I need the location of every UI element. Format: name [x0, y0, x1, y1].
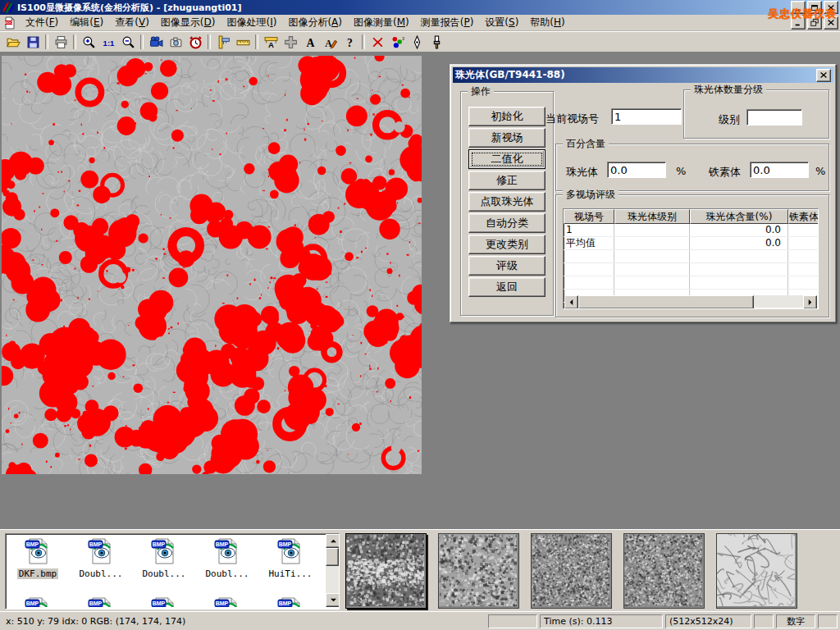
toolbar-caliper-button[interactable]: [213, 33, 233, 51]
toolbar-count-marks-button[interactable]: 3: [387, 33, 407, 51]
table-row[interactable]: 平均值0.0: [564, 237, 818, 250]
dialog-close-icon[interactable]: [816, 69, 831, 82]
ruler-icon: [236, 35, 250, 49]
micrograph-image[interactable]: [2, 56, 422, 474]
table-body: 10.0平均值0.0: [564, 224, 818, 303]
image-thumbnail[interactable]: [438, 533, 519, 609]
toolbar-open-button[interactable]: [3, 33, 23, 51]
ferrite-input[interactable]: [750, 162, 809, 178]
rating-table[interactable]: 视场号珠光体级别珠光体含量(%)铁素体含量(%) 10.0平均值0.0: [563, 208, 819, 309]
menu-item[interactable]: 编辑(E): [64, 14, 109, 31]
menu-item[interactable]: 文件(F): [20, 14, 64, 31]
op-button-3[interactable]: 二值化: [468, 149, 546, 169]
op-button-7[interactable]: 更改类别: [468, 235, 546, 254]
toolbar-pen-button[interactable]: [407, 33, 427, 51]
status-panel-empty: [488, 614, 537, 628]
operation-legend: 操作: [468, 84, 494, 98]
file-item[interactable]: BMPDoubl...: [197, 537, 258, 579]
file-vertical-scrollbar[interactable]: [326, 534, 339, 607]
toolbar-zoom-in-button[interactable]: [79, 33, 98, 51]
image-thumbnail[interactable]: [345, 533, 427, 609]
toolbar-print-button[interactable]: [51, 33, 71, 51]
toolbar-video-camera-button[interactable]: [146, 33, 166, 51]
file-item[interactable]: BMP: [7, 596, 68, 607]
caliper-icon: [217, 35, 231, 49]
menu-item[interactable]: 图像处理(I): [221, 14, 282, 31]
dialog-title-bar[interactable]: 珠光体(GB/T9441-88): [453, 67, 833, 83]
table-row[interactable]: 10.0: [564, 224, 818, 237]
svg-text:DOC: DOC: [5, 21, 12, 25]
menu-item[interactable]: 帮助(H): [524, 14, 570, 31]
op-button-8[interactable]: 评级: [468, 256, 546, 276]
table-cell: 0.0: [690, 224, 788, 236]
toolbar-separator: [140, 34, 144, 49]
scroll-right-icon[interactable]: [803, 295, 817, 309]
table-row[interactable]: [564, 276, 818, 290]
menu-item[interactable]: 图像测量(M): [348, 14, 415, 31]
file-item[interactable]: BMP: [197, 596, 258, 607]
toolbar-brush-button[interactable]: [427, 33, 446, 51]
table-row[interactable]: [564, 250, 818, 263]
toolbar-camera-button[interactable]: [166, 33, 185, 51]
file-item[interactable]: BMPDoubl...: [71, 537, 131, 579]
table-row[interactable]: [564, 263, 818, 276]
toolbar-help-button[interactable]: ?: [340, 33, 359, 51]
file-item[interactable]: BMP: [71, 596, 131, 607]
image-thumbnail[interactable]: [623, 533, 705, 609]
toolbar-curve-cut-button[interactable]: [368, 33, 387, 51]
menu-item[interactable]: 查看(V): [109, 14, 155, 31]
table-cell: [614, 276, 690, 289]
grade-input[interactable]: [746, 109, 802, 126]
toolbar-save-button[interactable]: [23, 33, 43, 51]
file-item[interactable]: BMPDKF.bmp: [7, 537, 68, 579]
file-name: Doubl...: [78, 568, 125, 579]
operation-group: 操作 初始化新视场二值化修正点取珠光体自动分类更改类别评级返回: [460, 91, 554, 316]
pearlite-unit: %: [676, 165, 686, 177]
file-item[interactable]: BMP: [260, 596, 321, 607]
toolbar-measure-text-button[interactable]: A: [261, 33, 281, 51]
grid-icon: [284, 35, 298, 49]
table-column-header[interactable]: 视场号: [564, 209, 614, 224]
scroll-left-icon[interactable]: [564, 295, 578, 309]
table-cell: [614, 224, 690, 236]
file-item[interactable]: BMPHuiTi...: [260, 537, 321, 579]
toolbar-actual-size-button[interactable]: 1:1: [98, 33, 118, 51]
table-column-header[interactable]: 珠光体含量(%): [690, 209, 788, 224]
table-column-header[interactable]: 铁素体含量(%): [788, 209, 819, 224]
toolbar-zoom-out-button[interactable]: [118, 33, 138, 51]
table-horizontal-scrollbar[interactable]: [564, 295, 817, 308]
scroll-down-icon[interactable]: [326, 593, 340, 607]
image-thumbnail[interactable]: [531, 533, 612, 609]
menu-item[interactable]: 图像分析(A): [282, 14, 348, 31]
menu-item[interactable]: 设置(S): [479, 14, 524, 31]
table-cell: 0.0: [690, 237, 788, 249]
menu-item[interactable]: 测量报告(P): [415, 14, 480, 31]
dialog-title: 珠光体(GB/T9441-88): [455, 68, 815, 82]
op-button-9[interactable]: 返回: [468, 277, 546, 297]
table-column-header[interactable]: 珠光体级别: [614, 209, 690, 224]
menu-item[interactable]: 图像显示(D): [155, 14, 221, 31]
toolbar-text-button[interactable]: A: [300, 33, 320, 51]
op-button-1[interactable]: 初始化: [468, 107, 546, 126]
table-cell: [564, 276, 614, 289]
file-item[interactable]: BMP: [134, 596, 194, 607]
op-button-6[interactable]: 自动分类: [468, 213, 546, 233]
op-button-5[interactable]: 点取珠光体: [468, 192, 546, 212]
scrollbar-thumb[interactable]: [578, 295, 754, 309]
svg-text:BMP: BMP: [279, 600, 292, 606]
op-button-2[interactable]: 新视场: [468, 128, 546, 148]
document-icon: DOC: [3, 16, 16, 30]
image-thumbnail[interactable]: [716, 533, 797, 609]
table-cell: [788, 237, 819, 249]
op-button-4[interactable]: 修正: [468, 171, 546, 190]
toolbar-grid-button[interactable]: [281, 33, 300, 51]
toolbar-timer-button[interactable]: [185, 33, 205, 51]
scroll-up-icon[interactable]: [326, 534, 340, 548]
toolbar-ruler-button[interactable]: [233, 33, 253, 51]
scrollbar-thumb[interactable]: [326, 548, 339, 566]
current-field-input[interactable]: [611, 108, 682, 125]
toolbar-separator: [362, 34, 365, 49]
pearlite-input[interactable]: [607, 162, 666, 178]
file-item[interactable]: BMPDoubl...: [134, 537, 194, 579]
toolbar-annotate-button[interactable]: A: [320, 33, 340, 51]
